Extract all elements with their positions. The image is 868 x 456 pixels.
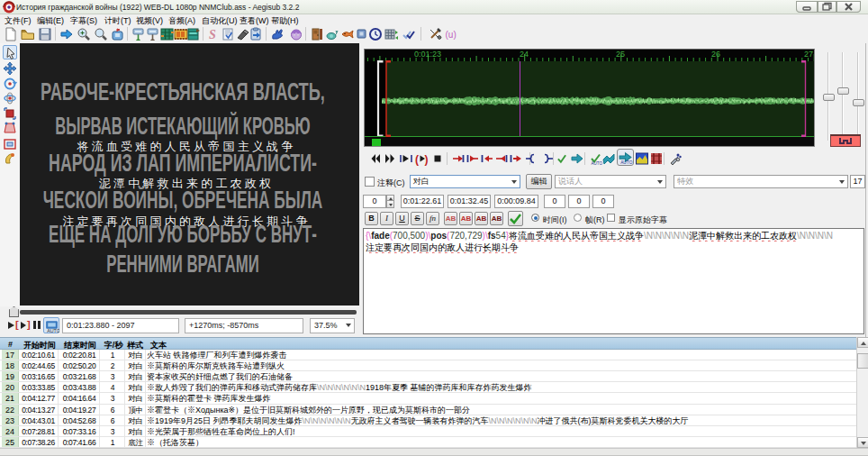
svg-text:(: (	[415, 153, 419, 166]
svg-text:(u): (u)	[446, 30, 457, 40]
svg-text:AUTO: AUTO	[592, 161, 603, 166]
svg-text:AUTO: AUTO	[47, 328, 59, 333]
svg-text:S: S	[209, 28, 216, 41]
svg-text:AUTO: AUTO	[620, 160, 632, 165]
svg-text:): )	[425, 153, 429, 166]
